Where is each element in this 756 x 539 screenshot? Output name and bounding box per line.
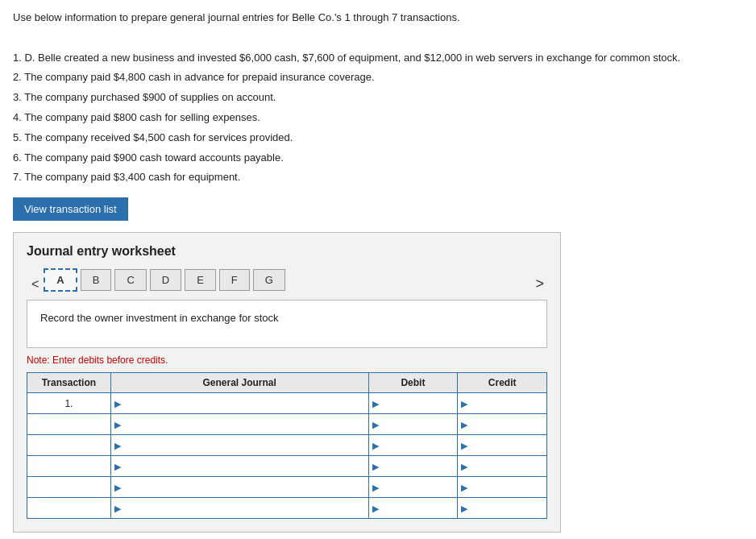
tab-a[interactable]: A [44,268,77,292]
row3-credit[interactable]: ▶ [458,435,547,456]
col-header-general: General Journal [110,373,368,393]
row2-general-input[interactable] [123,419,335,430]
row1-credit-input[interactable] [469,398,530,409]
tab-e[interactable]: E [185,269,216,291]
col-header-transaction: Transaction [27,373,111,393]
row3-general[interactable]: ▶ [110,435,368,456]
row4-credit-input[interactable] [469,461,530,472]
row2-debit-input[interactable] [380,419,442,430]
row3-credit-input[interactable] [469,440,530,451]
row1-credit[interactable]: ▶ [458,393,547,414]
row4-credit[interactable]: ▶ [458,456,547,477]
row5-general-input[interactable] [123,482,335,493]
col-header-credit: Credit [458,373,547,393]
row5-credit[interactable]: ▶ [458,477,547,498]
table-row: ▶ ▶ ▶ [27,498,547,519]
transaction-5: 5. The company received $4,500 cash for … [13,130,743,147]
row4-debit[interactable]: ▶ [368,456,458,477]
row2-credit[interactable]: ▶ [458,414,547,435]
worksheet-container: Journal entry worksheet < A B C D E F G … [13,232,561,533]
row4-debit-input[interactable] [380,461,442,472]
table-row: ▶ ▶ ▶ [27,414,547,435]
transaction-3: 3. The company purchased $900 of supplie… [13,89,743,106]
instruction-box: Record the owner investment in exchange … [27,300,547,348]
tab-d[interactable]: D [150,269,181,291]
transaction-list: 1. D. Belle created a new business and i… [13,50,743,187]
row5-transaction [27,477,111,498]
row1-general-input[interactable] [123,398,335,409]
tab-g[interactable]: G [253,269,285,291]
transaction-2: 2. The company paid $4,800 cash in advan… [13,69,743,86]
row2-transaction [27,414,111,435]
row3-general-input[interactable] [123,440,335,451]
worksheet-title: Journal entry worksheet [27,244,547,259]
table-row: ▶ ▶ ▶ [27,477,547,498]
row5-credit-input[interactable] [469,482,530,493]
tab-b[interactable]: B [81,269,112,291]
view-transaction-list-button[interactable]: View transaction list [13,197,128,221]
col-header-debit: Debit [368,373,458,393]
row5-debit[interactable]: ▶ [368,477,458,498]
tab-left-arrow[interactable]: < [27,276,44,293]
instruction-text: Record the owner investment in exchange … [40,312,279,324]
row4-transaction [27,456,111,477]
note-text: Note: Enter debits before credits. [27,354,547,366]
tab-list: A B C D E F G [44,268,289,292]
row5-general[interactable]: ▶ [110,477,368,498]
row6-transaction [27,498,111,519]
row6-credit[interactable]: ▶ [458,498,547,519]
transaction-6: 6. The company paid $900 cash toward acc… [13,150,743,167]
tab-f[interactable]: F [219,269,250,291]
transaction-7: 7. The company paid $3,400 cash for equi… [13,169,743,186]
instructions-section: Use below information to prepare general… [13,10,743,186]
table-row: ▶ ▶ ▶ [27,456,547,477]
row1-debit[interactable]: ▶ [368,393,458,414]
row4-general-input[interactable] [123,461,335,472]
journal-table: Transaction General Journal Debit Credit… [27,372,547,519]
row3-debit[interactable]: ▶ [368,435,458,456]
row3-transaction [27,435,111,456]
row1-transaction: 1. [27,393,111,414]
row1-general[interactable]: ▶ [110,393,368,414]
table-row: 1. ▶ ▶ ▶ [27,393,547,414]
row5-debit-input[interactable] [380,482,442,493]
row6-general-input[interactable] [123,503,335,514]
transaction-4: 4. The company paid $800 cash for sellin… [13,110,743,126]
tab-c[interactable]: C [114,269,146,291]
table-row: ▶ ▶ ▶ [27,435,547,456]
transaction-1: 1. D. Belle created a new business and i… [13,50,743,67]
row6-general[interactable]: ▶ [110,498,368,519]
tab-navigation: < A B C D E F G > [27,268,547,300]
intro-text: Use below information to prepare general… [13,10,743,27]
row2-debit[interactable]: ▶ [368,414,458,435]
row2-general[interactable]: ▶ [110,414,368,435]
row4-general[interactable]: ▶ [110,456,368,477]
tab-right-arrow[interactable]: > [532,274,547,294]
row3-debit-input[interactable] [380,440,442,451]
row6-credit-input[interactable] [469,503,530,514]
row6-debit[interactable]: ▶ [368,498,458,519]
row2-credit-input[interactable] [469,419,530,430]
row1-debit-input[interactable] [380,398,442,409]
row6-debit-input[interactable] [380,503,442,514]
